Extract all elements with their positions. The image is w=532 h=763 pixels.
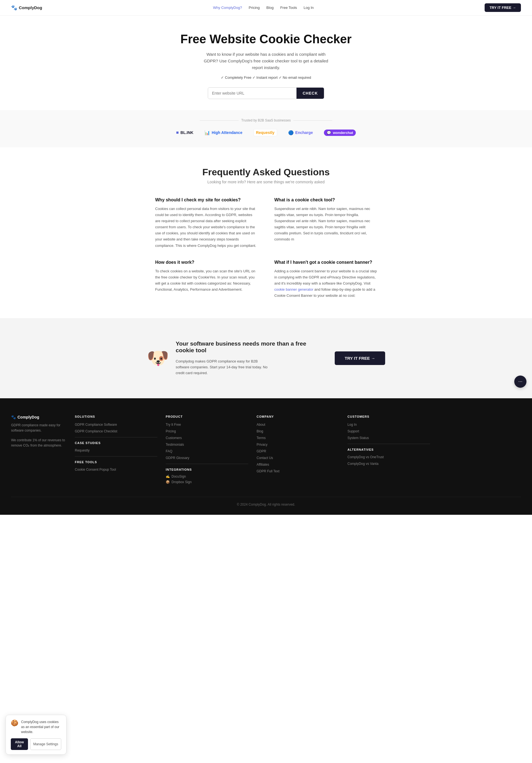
footer-terms[interactable]: Terms <box>257 436 266 440</box>
ha-icon: 📊 <box>205 130 210 135</box>
nav-why[interactable]: Why ComplyDog? <box>213 6 242 10</box>
cta-try-button[interactable]: TRY IT FREE → <box>335 351 385 365</box>
faq-item-3: How does it work? To check cookies on a … <box>155 260 258 299</box>
footer-solutions: SOLUTIONS GDPR Compliance Software GDPR … <box>75 415 157 486</box>
cta-section: 🐶 Your software business needs more than… <box>0 318 532 398</box>
footer-dropbox-link[interactable]: Dropbox Sign <box>171 480 192 484</box>
faq-q2: What is a cookie check tool? <box>274 197 377 202</box>
url-input[interactable] <box>208 88 297 99</box>
blink-text: BL.INK <box>180 130 193 135</box>
faq-grid: Why should I check my site for cookies? … <box>155 197 377 299</box>
nav-links: Why ComplyDog? Pricing Blog Free Tools L… <box>213 6 314 10</box>
faq-q4: What if I haven't got a cookie consent b… <box>274 260 377 265</box>
url-search-bar: CHECK <box>208 87 324 99</box>
footer-company-list: About Blog Terms Privacy GDPR Contact Us… <box>257 422 339 473</box>
faq-a2: Suspendisse vel ante nibh. Nam tortor sa… <box>274 206 377 243</box>
footer-vs-onetrust[interactable]: ComplyDog vs OneTrust <box>347 455 384 459</box>
footer-case-studies-heading: CASE STUDIES <box>75 441 157 445</box>
logo-emoji: 🐾 <box>11 5 17 11</box>
faq-item-2: What is a cookie check tool? Suspendisse… <box>274 197 377 249</box>
footer-gdpr-checklist[interactable]: GDPR Compliance Checklist <box>75 429 117 433</box>
cta-inner: 🐶 Your software business needs more than… <box>147 340 385 376</box>
dropbox-icon: 📦 <box>166 480 170 484</box>
footer-support[interactable]: Support <box>347 429 359 433</box>
footer-customers: CUSTOMERS Log In Support System Status A… <box>347 415 430 486</box>
cookie-banner-link[interactable]: cookie banner generator <box>274 287 313 291</box>
footer-product-list: Try It Free Pricing Customers Testimonia… <box>166 422 248 460</box>
cta-left: 🐶 Your software business needs more than… <box>147 340 324 376</box>
footer-brand-desc1: GDPR compliance made easy for software c… <box>11 423 66 433</box>
footer-logo-text: ComplyDog <box>18 415 39 419</box>
faq-item-4: What if I haven't got a cookie consent b… <box>274 260 377 299</box>
footer-case-studies-list: Requestly <box>75 448 157 452</box>
faq-section: Frequently Asked Questions Looking for m… <box>0 147 532 318</box>
footer-testimonials[interactable]: Testimonials <box>166 443 184 447</box>
logo-text: ComplyDog <box>19 5 42 10</box>
footer-logo: 🐾 ComplyDog <box>11 415 66 419</box>
nav-login[interactable]: Log In <box>304 6 314 10</box>
footer-faq[interactable]: FAQ <box>166 449 172 453</box>
faq-item-1: Why should I check my site for cookies? … <box>155 197 258 249</box>
logo-wonderchat: 💬 wonderchat <box>324 130 356 136</box>
footer-pricing[interactable]: Pricing <box>166 429 176 433</box>
chat-button[interactable]: ··· <box>514 376 526 388</box>
hero-description: Want to know if your website has a cooki… <box>202 51 330 71</box>
footer-customers[interactable]: Customers <box>166 436 182 440</box>
wc-icon: 💬 <box>327 131 331 135</box>
footer-affiliates[interactable]: Affiliates <box>257 463 269 467</box>
cta-text-block: Your software business needs more than a… <box>176 340 324 376</box>
footer-blog[interactable]: Blog <box>257 429 263 433</box>
docusign-icon: ✍ <box>166 475 170 479</box>
footer-solutions-heading: SOLUTIONS <box>75 415 157 418</box>
nav-blog[interactable]: Blog <box>266 6 274 10</box>
footer-contact-us[interactable]: Contact Us <box>257 456 273 460</box>
footer-gdpr[interactable]: GDPR <box>257 449 266 453</box>
footer-about[interactable]: About <box>257 423 265 427</box>
footer-gdpr-compliance[interactable]: GDPR Compliance Software <box>75 423 117 427</box>
enc-icon: 🔵 <box>288 130 294 135</box>
trusted-label: Trusted by B2B SaaS businesses <box>6 118 526 122</box>
faq-title: Frequently Asked Questions <box>6 167 526 177</box>
faq-q1: Why should I check my site for cookies? <box>155 197 258 202</box>
footer-product-heading: PRODUCT <box>166 415 248 418</box>
hero-title: Free Website Cookie Checker <box>6 32 526 46</box>
footer-docusign-link[interactable]: DocuSign <box>171 475 186 479</box>
ha-text: High Attendance <box>212 130 242 135</box>
footer-alternatives-list: ComplyDog vs OneTrust ComplyDog vs Vanta <box>347 455 430 466</box>
footer-customers-list: Log In Support System Status <box>347 422 430 440</box>
footer-login[interactable]: Log In <box>347 423 357 427</box>
logo-high-attendance: 📊 High Attendance <box>205 130 242 135</box>
footer-solutions-list: GDPR Compliance Software GDPR Compliance… <box>75 422 157 433</box>
navbar: 🐾 ComplyDog Why ComplyDog? Pricing Blog … <box>0 0 532 16</box>
footer-company: COMPANY About Blog Terms Privacy GDPR Co… <box>257 415 339 486</box>
footer-integrations-heading: INTEGRATIONS <box>166 468 248 471</box>
footer-free-tools-heading: FREE TOOLS <box>75 460 157 464</box>
footer-vs-vanta[interactable]: ComplyDog vs Vanta <box>347 462 379 466</box>
footer-top: 🐾 ComplyDog GDPR compliance made easy fo… <box>11 415 521 486</box>
faq-a3: To check cookies on a website, you can s… <box>155 268 258 293</box>
nav-free-tools[interactable]: Free Tools <box>280 6 297 10</box>
nav-logo[interactable]: 🐾 ComplyDog <box>11 5 42 11</box>
faq-subtitle: Looking for more info? Here are some thi… <box>6 180 526 184</box>
nav-try-button[interactable]: TRY IT FREE → <box>485 3 521 12</box>
footer-system-status[interactable]: System Status <box>347 436 369 440</box>
footer-cookie-popup[interactable]: Cookie Consent Popup Tool <box>75 468 116 472</box>
faq-q3: How does it work? <box>155 260 258 265</box>
footer-privacy[interactable]: Privacy <box>257 443 267 447</box>
footer-company-heading: COMPANY <box>257 415 339 418</box>
blink-icon: ■ <box>176 130 179 135</box>
logo-encharge: 🔵 Encharge <box>288 130 313 135</box>
nav-pricing[interactable]: Pricing <box>249 6 260 10</box>
trusted-section: Trusted by B2B SaaS businesses ■ BL.INK … <box>0 110 532 147</box>
check-button[interactable]: CHECK <box>297 88 324 99</box>
footer-alternatives-heading: ALTERNATIVES <box>347 448 430 451</box>
footer-dropbox: 📦 Dropbox Sign <box>166 480 248 484</box>
footer-requestly[interactable]: Requestly <box>75 449 90 452</box>
footer-gdpr-full-text[interactable]: GDPR Full Text <box>257 469 279 473</box>
hero-section: Free Website Cookie Checker Want to know… <box>0 16 532 110</box>
footer-brand: 🐾 ComplyDog GDPR compliance made easy fo… <box>11 415 66 486</box>
footer-try-free[interactable]: Try It Free <box>166 423 181 427</box>
footer-gdpr-glossary[interactable]: GDPR Glossary <box>166 456 189 460</box>
wc-text: wonderchat <box>333 131 353 135</box>
cta-title: Your software business needs more than a… <box>176 340 324 354</box>
